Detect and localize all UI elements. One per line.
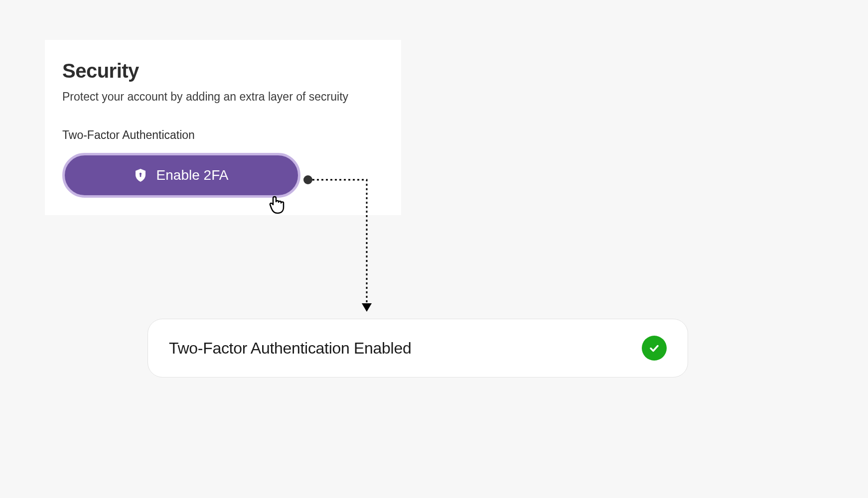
flow-connector: [303, 175, 378, 321]
enable-2fa-button[interactable]: Enable 2FA: [62, 153, 300, 198]
svg-point-2: [303, 175, 312, 184]
toast-notification: Two-Factor Authentication Enabled: [147, 319, 688, 377]
security-title: Security: [62, 60, 384, 82]
toast-message: Two-Factor Authentication Enabled: [169, 339, 411, 358]
shield-icon: [135, 168, 146, 182]
two-factor-section-label: Two-Factor Authentication: [62, 128, 384, 142]
security-subtitle: Protect your account by adding an extra …: [62, 90, 384, 104]
pointer-cursor-icon: [269, 194, 287, 215]
success-check-icon: [642, 336, 667, 361]
svg-rect-1: [140, 174, 141, 177]
enable-2fa-button-label: Enable 2FA: [156, 167, 229, 183]
